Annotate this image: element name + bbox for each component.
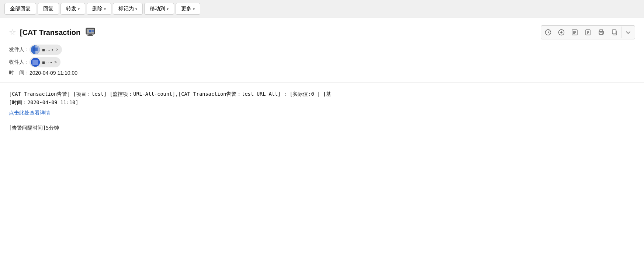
edit-icon-button[interactable] [568,27,581,38]
copy-icon-button[interactable] [608,27,621,38]
recipient-avatar [31,58,40,67]
move-dropdown-arrow: ▾ [167,7,169,11]
recipient-name: ■ ·· ▪ [42,60,52,65]
detail-link[interactable]: 点击此处查看详情 [9,110,50,116]
reply-all-button[interactable]: 全部回复 [4,3,36,15]
delete-button[interactable]: 删除 ▾ [87,3,111,15]
email-title-left: ☆ [CAT Transaction [9,28,97,37]
delete-dropdown-arrow: ▾ [104,7,106,11]
body-line-1: [CAT Transaction告警] [项目：test] [监控项：URL-A… [9,90,635,98]
svg-rect-2 [89,34,92,35]
recipient-expand-arrow: > [54,60,57,65]
svg-point-20 [603,32,603,33]
share-icon-button[interactable] [555,27,568,38]
move-button[interactable]: 移动到 ▾ [144,3,174,15]
mark-label: 标记为 [118,6,134,12]
print-icon-button[interactable] [595,27,607,38]
svg-rect-5 [92,30,94,32]
more-dropdown-arrow: ▾ [193,7,195,11]
delete-label: 删除 [92,6,103,12]
svg-rect-25 [33,47,38,51]
sender-avatar-inner [31,45,40,54]
svg-rect-22 [612,30,616,34]
svg-rect-19 [600,33,603,34]
email-attachment-icon [86,28,97,37]
forward-dropdown-arrow: ▾ [78,7,80,11]
time-row: 时 间： 2020-04-09 11:10:00 [9,70,635,76]
body-line-2: [时间：2020-04-09 11:10] [9,98,635,107]
from-label: 发件人： [9,46,30,53]
mark-dropdown-arrow: ▾ [135,7,137,11]
time-label: 时 间： [9,70,30,76]
svg-rect-4 [89,30,91,32]
email-toolbar: 全部回复 回复 转发 ▾ 删除 ▾ 标记为 ▾ 移动到 ▾ 更多 ▾ [0,0,644,18]
move-label: 移动到 [150,6,165,12]
more-actions-icon-button[interactable] [622,27,634,38]
doc-icon-button[interactable] [582,27,594,38]
mark-button[interactable]: 标记为 ▾ [113,3,143,15]
recipient-avatar-inner [31,58,40,67]
email-time: 2020-04-09 11:10:00 [30,70,77,76]
forward-button[interactable]: 转发 ▾ [60,3,85,15]
body-line-3: [告警间隔时间]5分钟 [9,123,635,132]
email-subject: [CAT Transaction [20,28,80,37]
sender-name: ■ ··· ▪ [42,47,53,53]
action-icon-group [541,25,635,39]
forward-label: 转发 [66,6,76,12]
to-label: 收件人： [9,59,30,66]
to-row: 收件人： ■ ·· ▪ > [9,57,635,67]
email-title-row: ☆ [CAT Transaction [9,25,635,39]
email-body: [CAT Transaction告警] [项目：test] [监控项：URL-A… [0,90,644,143]
sender-expand-arrow: > [56,47,58,52]
star-icon[interactable]: ☆ [9,28,16,37]
email-header: ☆ [CAT Transaction [0,18,644,76]
recipient-chip[interactable]: ■ ·· ▪ > [30,57,60,67]
svg-rect-3 [87,35,93,36]
header-body-divider [0,82,644,82]
more-button[interactable]: 更多 ▾ [176,3,200,15]
more-label: 更多 [181,6,191,12]
from-row: 发件人： ■ ··· ▪ > [9,45,635,55]
svg-rect-27 [32,60,38,65]
sender-chip[interactable]: ■ ··· ▪ > [30,45,62,55]
sender-avatar [31,45,40,54]
body-link-row: 点击此处查看详情 [9,108,635,117]
reply-button[interactable]: 回复 [38,3,59,15]
clock-icon-button[interactable] [542,27,554,38]
